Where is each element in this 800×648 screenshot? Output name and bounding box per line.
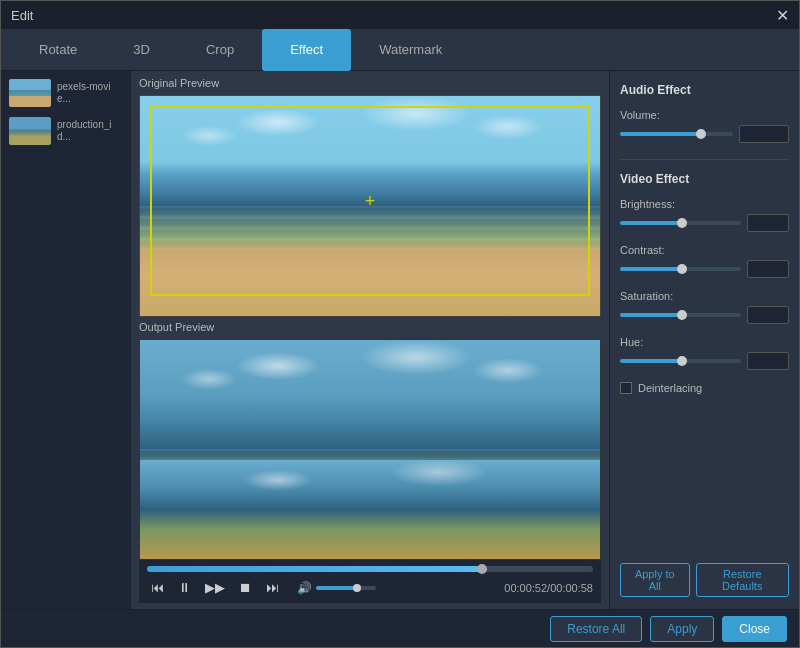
saturation-slider-row: 0 bbox=[620, 306, 789, 324]
sidebar-thumb-1 bbox=[9, 117, 51, 145]
brightness-fill bbox=[620, 221, 681, 225]
window-title: Edit bbox=[11, 8, 33, 23]
volume-input[interactable]: 100% bbox=[739, 125, 789, 143]
brightness-slider-row: 0 bbox=[620, 214, 789, 232]
bottom-bar: Restore All Apply Close bbox=[1, 609, 799, 647]
volume-thumb bbox=[353, 584, 361, 592]
playback-bar: ⏮ ⏸ ▶▶ ⏹ ⏭ 🔊 00:00:52/00:00:58 bbox=[139, 560, 601, 603]
divider-1 bbox=[620, 159, 789, 160]
current-time: 00:00:52 bbox=[504, 582, 547, 594]
deinterlace-checkbox[interactable] bbox=[620, 382, 632, 394]
hue-slider-row: 0 bbox=[620, 352, 789, 370]
output-cloud-layer-2 bbox=[140, 460, 600, 509]
volume-row: Volume: 100% bbox=[620, 109, 789, 143]
contrast-track[interactable] bbox=[620, 267, 741, 271]
original-preview-label: Original Preview bbox=[139, 77, 601, 89]
brightness-row: Brightness: 0 bbox=[620, 198, 789, 232]
saturation-track[interactable] bbox=[620, 313, 741, 317]
right-panel: Audio Effect Volume: 100% Video Effect B… bbox=[609, 71, 799, 609]
tab-3d[interactable]: 3D bbox=[105, 29, 178, 71]
sidebar: pexels-movie... production_id... bbox=[1, 71, 131, 609]
restore-all-button[interactable]: Restore All bbox=[550, 616, 642, 642]
saturation-input[interactable]: 0 bbox=[747, 306, 789, 324]
edit-window: Edit ✕ Rotate 3D Crop Effect Watermark p… bbox=[0, 0, 800, 648]
contrast-fill bbox=[620, 267, 681, 271]
output-image bbox=[140, 340, 600, 560]
volume-slider-row: 100% bbox=[620, 125, 789, 143]
sidebar-label-1: production_id... bbox=[57, 119, 123, 143]
sidebar-item-1[interactable]: production_id... bbox=[5, 113, 127, 149]
progress-fill bbox=[147, 566, 482, 572]
hue-track[interactable] bbox=[620, 359, 741, 363]
volume-label: Volume: bbox=[620, 109, 789, 121]
brightness-label: Brightness: bbox=[620, 198, 789, 210]
deinterlace-label: Deinterlacing bbox=[638, 382, 702, 394]
brightness-thumb bbox=[677, 218, 687, 228]
tab-bar: Rotate 3D Crop Effect Watermark bbox=[1, 29, 799, 71]
volume-slider-thumb bbox=[696, 129, 706, 139]
restore-defaults-button[interactable]: Restore Defaults bbox=[696, 563, 790, 597]
saturation-thumb bbox=[677, 310, 687, 320]
volume-slider-fill bbox=[620, 132, 699, 136]
tab-effect[interactable]: Effect bbox=[262, 29, 351, 71]
volume-track[interactable] bbox=[620, 132, 733, 136]
wave-layer bbox=[140, 206, 600, 250]
preview-section: Original Preview + Output Preview bbox=[139, 77, 601, 560]
hue-fill bbox=[620, 359, 681, 363]
contrast-row: Contrast: 0 bbox=[620, 244, 789, 278]
contrast-label: Contrast: bbox=[620, 244, 789, 256]
saturation-row: Saturation: 0 bbox=[620, 290, 789, 324]
output-preview-label: Output Preview bbox=[139, 321, 601, 333]
saturation-label: Saturation: bbox=[620, 290, 789, 302]
close-button[interactable]: Close bbox=[722, 616, 787, 642]
original-preview: + bbox=[139, 95, 601, 317]
volume-icon: 🔊 bbox=[297, 581, 312, 595]
play-forward-button[interactable]: ▶▶ bbox=[201, 578, 229, 597]
title-bar: Edit ✕ bbox=[1, 1, 799, 29]
time-display: 00:00:52/00:00:58 bbox=[504, 582, 593, 594]
contrast-input[interactable]: 0 bbox=[747, 260, 789, 278]
tab-crop[interactable]: Crop bbox=[178, 29, 262, 71]
volume-slider[interactable] bbox=[316, 586, 376, 590]
volume-area: 🔊 bbox=[297, 581, 376, 595]
brightness-input[interactable]: 0 bbox=[747, 214, 789, 232]
center-panel: Original Preview + Output Preview bbox=[131, 71, 609, 609]
tab-rotate[interactable]: Rotate bbox=[11, 29, 105, 71]
apply-button[interactable]: Apply bbox=[650, 616, 714, 642]
controls-row: ⏮ ⏸ ▶▶ ⏹ ⏭ 🔊 00:00:52/00:00:58 bbox=[147, 578, 593, 597]
progress-thumb bbox=[477, 564, 487, 574]
original-image bbox=[140, 96, 600, 316]
skip-back-button[interactable]: ⏮ bbox=[147, 578, 168, 597]
apply-all-button[interactable]: Apply to All bbox=[620, 563, 690, 597]
video-effect-title: Video Effect bbox=[620, 172, 789, 186]
sidebar-item-0[interactable]: pexels-movie... bbox=[5, 75, 127, 111]
play-pause-button[interactable]: ⏸ bbox=[174, 578, 195, 597]
total-time: 00:00:58 bbox=[550, 582, 593, 594]
saturation-fill bbox=[620, 313, 681, 317]
hue-input[interactable]: 0 bbox=[747, 352, 789, 370]
cloud-layer bbox=[140, 96, 600, 184]
progress-bar[interactable] bbox=[147, 566, 593, 572]
hue-row: Hue: 0 bbox=[620, 336, 789, 370]
output-cloud-layer bbox=[140, 340, 600, 428]
apply-all-row: Apply to All Restore Defaults bbox=[620, 563, 789, 597]
stop-button[interactable]: ⏹ bbox=[235, 578, 256, 597]
volume-fill bbox=[316, 586, 355, 590]
audio-effect-title: Audio Effect bbox=[620, 83, 789, 97]
brightness-track[interactable] bbox=[620, 221, 741, 225]
output-preview bbox=[139, 339, 601, 561]
sidebar-label-0: pexels-movie... bbox=[57, 81, 123, 105]
hue-label: Hue: bbox=[620, 336, 789, 348]
skip-end-button[interactable]: ⏭ bbox=[262, 578, 283, 597]
contrast-thumb bbox=[677, 264, 687, 274]
hue-thumb bbox=[677, 356, 687, 366]
sidebar-thumb-0 bbox=[9, 79, 51, 107]
tab-watermark[interactable]: Watermark bbox=[351, 29, 470, 71]
main-content: pexels-movie... production_id... Origina… bbox=[1, 71, 799, 609]
contrast-slider-row: 0 bbox=[620, 260, 789, 278]
deinterlace-row: Deinterlacing bbox=[620, 382, 789, 394]
close-window-button[interactable]: ✕ bbox=[776, 6, 789, 25]
